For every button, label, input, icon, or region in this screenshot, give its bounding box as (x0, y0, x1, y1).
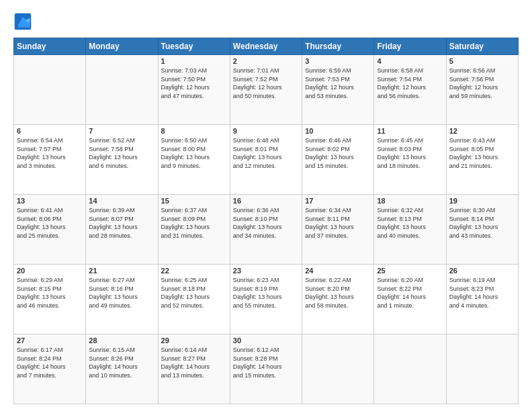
calendar-cell: 1Sunrise: 7:03 AM Sunset: 7:50 PM Daylig… (158, 55, 230, 125)
page: SundayMondayTuesdayWednesdayThursdayFrid… (0, 0, 532, 411)
day-info: Sunrise: 6:27 AM Sunset: 8:16 PM Dayligh… (89, 276, 154, 310)
day-info: Sunrise: 6:30 AM Sunset: 8:14 PM Dayligh… (449, 206, 515, 240)
week-row-5: 27Sunrise: 6:17 AM Sunset: 8:24 PM Dayli… (14, 334, 519, 404)
day-number: 23 (233, 267, 299, 275)
week-row-2: 6Sunrise: 6:54 AM Sunset: 7:57 PM Daylig… (14, 125, 519, 195)
day-number: 19 (449, 197, 515, 205)
day-info: Sunrise: 6:22 AM Sunset: 8:20 PM Dayligh… (305, 276, 371, 310)
day-number: 10 (305, 127, 371, 135)
day-info: Sunrise: 6:32 AM Sunset: 8:13 PM Dayligh… (377, 206, 443, 240)
day-info: Sunrise: 7:03 AM Sunset: 7:50 PM Dayligh… (161, 66, 227, 100)
day-info: Sunrise: 6:34 AM Sunset: 8:11 PM Dayligh… (305, 206, 371, 240)
calendar-cell: 5Sunrise: 6:56 AM Sunset: 7:56 PM Daylig… (446, 55, 518, 125)
calendar-cell: 19Sunrise: 6:30 AM Sunset: 8:14 PM Dayli… (446, 195, 518, 265)
day-number: 29 (161, 336, 227, 345)
day-number: 27 (17, 336, 83, 345)
calendar-cell: 2Sunrise: 7:01 AM Sunset: 7:52 PM Daylig… (230, 55, 302, 125)
calendar-cell: 30Sunrise: 6:12 AM Sunset: 8:28 PM Dayli… (230, 334, 302, 404)
calendar-cell: 25Sunrise: 6:20 AM Sunset: 8:22 PM Dayli… (374, 265, 446, 334)
day-header-monday: Monday (86, 38, 158, 55)
day-info: Sunrise: 6:41 AM Sunset: 8:06 PM Dayligh… (17, 206, 83, 240)
calendar-cell (86, 55, 158, 125)
calendar-cell: 26Sunrise: 6:19 AM Sunset: 8:23 PM Dayli… (446, 265, 518, 334)
day-info: Sunrise: 6:36 AM Sunset: 8:10 PM Dayligh… (233, 206, 299, 240)
calendar-cell: 17Sunrise: 6:34 AM Sunset: 8:11 PM Dayli… (302, 195, 374, 265)
calendar-cell: 15Sunrise: 6:37 AM Sunset: 8:09 PM Dayli… (158, 195, 230, 265)
calendar-cell (374, 334, 446, 404)
day-info: Sunrise: 6:58 AM Sunset: 7:54 PM Dayligh… (377, 66, 443, 100)
day-number: 6 (17, 127, 83, 135)
logo (13, 12, 35, 31)
day-number: 18 (377, 197, 443, 205)
day-info: Sunrise: 6:46 AM Sunset: 8:02 PM Dayligh… (305, 136, 371, 170)
day-info: Sunrise: 6:25 AM Sunset: 8:18 PM Dayligh… (161, 276, 227, 310)
calendar-table: SundayMondayTuesdayWednesdayThursdayFrid… (13, 38, 519, 404)
day-number: 24 (305, 267, 371, 275)
day-info: Sunrise: 6:52 AM Sunset: 7:58 PM Dayligh… (89, 136, 154, 170)
day-info: Sunrise: 6:50 AM Sunset: 8:00 PM Dayligh… (161, 136, 227, 170)
day-info: Sunrise: 6:23 AM Sunset: 8:19 PM Dayligh… (233, 276, 299, 310)
day-info: Sunrise: 6:20 AM Sunset: 8:22 PM Dayligh… (377, 276, 443, 310)
calendar-cell: 3Sunrise: 6:59 AM Sunset: 7:53 PM Daylig… (302, 55, 374, 125)
day-number: 9 (233, 127, 299, 135)
day-number: 12 (449, 127, 515, 135)
day-header-friday: Friday (374, 38, 446, 55)
day-number: 5 (449, 57, 515, 65)
calendar-cell: 6Sunrise: 6:54 AM Sunset: 7:57 PM Daylig… (14, 125, 86, 195)
calendar-cell (446, 334, 518, 404)
calendar-cell: 29Sunrise: 6:14 AM Sunset: 8:27 PM Dayli… (158, 334, 230, 404)
calendar-cell: 16Sunrise: 6:36 AM Sunset: 8:10 PM Dayli… (230, 195, 302, 265)
day-info: Sunrise: 6:17 AM Sunset: 8:24 PM Dayligh… (17, 346, 83, 379)
day-info: Sunrise: 6:39 AM Sunset: 8:07 PM Dayligh… (89, 206, 154, 240)
day-number: 22 (161, 267, 227, 275)
calendar-cell: 8Sunrise: 6:50 AM Sunset: 8:00 PM Daylig… (158, 125, 230, 195)
calendar-cell: 24Sunrise: 6:22 AM Sunset: 8:20 PM Dayli… (302, 265, 374, 334)
day-number: 13 (17, 197, 83, 205)
day-number: 16 (233, 197, 299, 205)
day-number: 3 (305, 57, 371, 65)
day-number: 28 (89, 336, 154, 345)
day-info: Sunrise: 6:37 AM Sunset: 8:09 PM Dayligh… (161, 206, 227, 240)
day-info: Sunrise: 7:01 AM Sunset: 7:52 PM Dayligh… (233, 66, 299, 100)
day-info: Sunrise: 6:59 AM Sunset: 7:53 PM Dayligh… (305, 66, 371, 100)
day-number: 25 (377, 267, 443, 275)
day-header-thursday: Thursday (302, 38, 374, 55)
calendar-cell: 27Sunrise: 6:17 AM Sunset: 8:24 PM Dayli… (14, 334, 86, 404)
day-number: 21 (89, 267, 154, 275)
day-number: 4 (377, 57, 443, 65)
calendar-cell: 23Sunrise: 6:23 AM Sunset: 8:19 PM Dayli… (230, 265, 302, 334)
calendar-cell (302, 334, 374, 404)
day-number: 8 (161, 127, 227, 135)
day-info: Sunrise: 6:45 AM Sunset: 8:03 PM Dayligh… (377, 136, 443, 170)
calendar-cell: 20Sunrise: 6:29 AM Sunset: 8:15 PM Dayli… (14, 265, 86, 334)
day-number: 17 (305, 197, 371, 205)
day-info: Sunrise: 6:19 AM Sunset: 8:23 PM Dayligh… (449, 276, 515, 310)
day-header-wednesday: Wednesday (230, 38, 302, 55)
day-number: 2 (233, 57, 299, 65)
days-header-row: SundayMondayTuesdayWednesdayThursdayFrid… (14, 38, 519, 55)
calendar-cell: 10Sunrise: 6:46 AM Sunset: 8:02 PM Dayli… (302, 125, 374, 195)
calendar-cell: 4Sunrise: 6:58 AM Sunset: 7:54 PM Daylig… (374, 55, 446, 125)
day-info: Sunrise: 6:54 AM Sunset: 7:57 PM Dayligh… (17, 136, 83, 170)
calendar-cell (14, 55, 86, 125)
day-number: 11 (377, 127, 443, 135)
day-number: 15 (161, 197, 227, 205)
calendar-cell: 28Sunrise: 6:15 AM Sunset: 8:26 PM Dayli… (86, 334, 158, 404)
day-number: 7 (89, 127, 154, 135)
day-info: Sunrise: 6:29 AM Sunset: 8:15 PM Dayligh… (17, 276, 83, 310)
day-number: 20 (17, 267, 83, 275)
day-number: 1 (161, 57, 227, 65)
calendar-cell: 21Sunrise: 6:27 AM Sunset: 8:16 PM Dayli… (86, 265, 158, 334)
day-header-tuesday: Tuesday (158, 38, 230, 55)
calendar-cell: 12Sunrise: 6:43 AM Sunset: 8:05 PM Dayli… (446, 125, 518, 195)
week-row-1: 1Sunrise: 7:03 AM Sunset: 7:50 PM Daylig… (14, 55, 519, 125)
calendar-cell: 13Sunrise: 6:41 AM Sunset: 8:06 PM Dayli… (14, 195, 86, 265)
week-row-3: 13Sunrise: 6:41 AM Sunset: 8:06 PM Dayli… (14, 195, 519, 265)
calendar-cell: 22Sunrise: 6:25 AM Sunset: 8:18 PM Dayli… (158, 265, 230, 334)
day-info: Sunrise: 6:14 AM Sunset: 8:27 PM Dayligh… (161, 346, 227, 379)
calendar-cell: 14Sunrise: 6:39 AM Sunset: 8:07 PM Dayli… (86, 195, 158, 265)
day-number: 14 (89, 197, 154, 205)
day-header-saturday: Saturday (446, 38, 518, 55)
header (13, 12, 519, 31)
day-info: Sunrise: 6:43 AM Sunset: 8:05 PM Dayligh… (449, 136, 515, 170)
